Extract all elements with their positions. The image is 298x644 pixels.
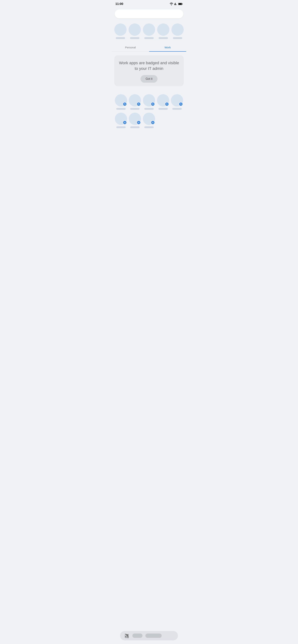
app-label-placeholder [159,37,168,39]
list-item [114,24,127,39]
app-icon-placeholder [157,24,170,36]
app-grid-top [112,20,186,40]
wifi-icon [170,2,173,6]
list-item [142,93,156,111]
list-item [171,24,184,39]
briefcase-icon [152,122,154,124]
app-label-placeholder [116,108,126,110]
work-badge [137,102,141,106]
list-item [128,24,141,39]
work-badge [179,102,183,106]
app-label-placeholder [116,126,126,128]
work-app-icon[interactable] [143,113,155,125]
work-badge [151,120,155,124]
app-icon-placeholder [128,24,141,36]
work-app-icon[interactable] [115,94,127,106]
list-item [114,93,128,111]
work-app-icon[interactable] [171,94,183,106]
app-icon-placeholder [114,24,126,36]
briefcase-icon [138,103,140,105]
work-app-icon[interactable] [157,94,169,106]
tab-personal[interactable]: Personal [112,43,149,52]
list-item [128,93,142,111]
app-label-placeholder [173,37,182,39]
briefcase-icon [124,103,126,105]
app-grid-work [112,90,186,132]
briefcase-icon [138,122,140,124]
work-app-icon[interactable] [129,113,141,125]
tabs-container: Personal Work [112,43,186,52]
list-item [142,24,155,39]
list-item [157,24,170,39]
signal-icon [174,2,177,6]
work-badge [137,120,141,124]
work-app-icon[interactable] [143,94,155,106]
app-label-placeholder [144,37,154,39]
info-card-text: Work apps are badged and visible to your… [119,60,179,72]
app-label-placeholder [130,126,139,128]
briefcase-icon [180,103,182,105]
app-label-placeholder [116,37,125,39]
app-icon-placeholder [172,24,184,36]
app-label-placeholder [159,108,168,110]
list-item [156,93,170,111]
search-bar[interactable] [115,10,183,18]
tabs: Personal Work [112,43,186,52]
svg-rect-2 [182,4,183,4]
work-badge [165,102,169,106]
tab-work[interactable]: Work [149,43,186,52]
app-label-placeholder [144,108,154,110]
work-badge [151,102,155,106]
list-item [142,111,156,130]
svg-rect-1 [179,3,182,5]
list-item [128,111,142,130]
status-bar: 11:00 [112,0,186,7]
work-app-icon[interactable] [129,94,141,106]
briefcase-icon [152,103,154,105]
work-app-icon[interactable] [115,113,127,125]
status-icons [170,2,183,6]
list-item [114,111,128,130]
app-label-placeholder [130,108,139,110]
briefcase-icon [124,122,126,124]
app-label-placeholder [144,126,154,128]
got-it-button[interactable]: Got it [140,75,158,83]
app-label-placeholder [172,108,182,110]
status-time: 11:00 [115,2,123,6]
info-card: Work apps are badged and visible to your… [114,55,184,86]
app-label-placeholder [130,37,139,39]
app-icon-placeholder [143,24,155,36]
work-badge [123,102,127,106]
list-item [170,93,184,111]
briefcase-icon [166,103,168,105]
battery-icon [178,3,183,5]
work-badge [123,120,127,124]
